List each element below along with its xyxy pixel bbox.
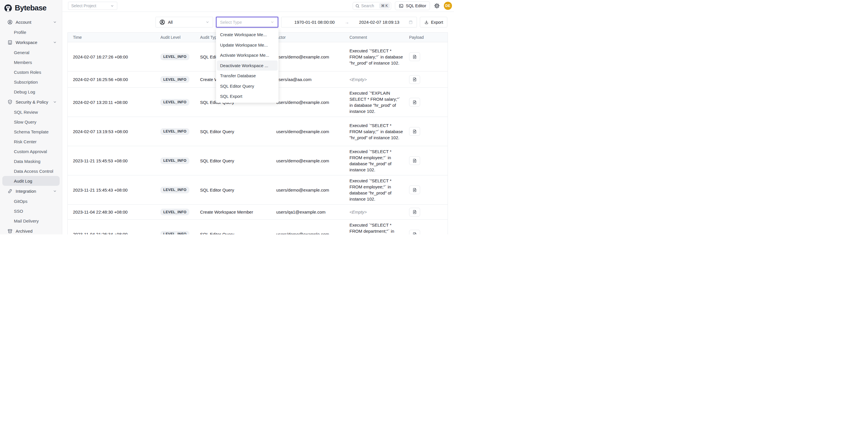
- audit-log-page: Bytebase Account Profile: [0, 0, 454, 234]
- sidebar-item-gitops[interactable]: GitOps: [2, 196, 60, 206]
- search-input[interactable]: Search ⌘ K: [353, 2, 391, 10]
- column-header-comment: Comment: [349, 33, 407, 42]
- row-audit-type: SQL Editor Query: [200, 117, 274, 146]
- menu-item-transfer-database[interactable]: Transfer Database: [216, 71, 279, 81]
- chevron-down-icon: [206, 20, 209, 24]
- row-time: 2024-02-07 13:20:11 +08:00: [68, 88, 158, 117]
- sidebar-item-general[interactable]: General: [2, 47, 60, 57]
- arrow-right-icon: →: [344, 20, 350, 25]
- menu-item-sql-editor-query[interactable]: SQL Editor Query: [216, 81, 279, 91]
- sidebar-item-mail-delivery[interactable]: Mail Delivery: [2, 216, 60, 226]
- menu-item-activate-workspace-member[interactable]: Activate Workspace Me...: [216, 50, 279, 61]
- calendar-icon[interactable]: [408, 20, 413, 25]
- row-audit-type: Create Workspace Member: [200, 204, 274, 219]
- payload-view-button[interactable]: [409, 156, 420, 165]
- menu-item-update-workspace-member[interactable]: Update Workspace Me...: [216, 40, 279, 50]
- search-shortcut-kbd: ⌘ K: [379, 3, 390, 8]
- payload-view-button[interactable]: [409, 230, 420, 234]
- sidebar-item-workspace[interactable]: Workspace: [2, 37, 60, 47]
- bytebase-mascot-icon: [4, 4, 12, 12]
- column-header-audit-level: Audit Level: [158, 33, 200, 42]
- row-actor: users/demo@example.com: [274, 117, 349, 146]
- topbar: Select Project Search ⌘ K SQL Editor: [62, 0, 454, 12]
- column-header-payload: Payload: [407, 33, 447, 42]
- sidebar-item-security-policy[interactable]: Security & Policy: [2, 97, 60, 107]
- row-comment: Executed `"SELECT * FROM employee;"` in …: [349, 178, 404, 202]
- sidebar-item-audit-log[interactable]: Audit Log: [2, 176, 60, 186]
- chain-link-icon: [7, 188, 13, 194]
- person-circle-icon: [159, 19, 165, 25]
- sidebar-item-slow-query[interactable]: Slow Query: [2, 117, 60, 127]
- date-from[interactable]: 1970-01-01 08:00:00: [285, 20, 344, 25]
- sidebar-item-risk-center[interactable]: Risk Center: [2, 137, 60, 147]
- row-comment: Executed `"SELECT * FROM salary;"` in da…: [349, 122, 404, 141]
- audit-level-badge: LEVEL_INFO: [160, 209, 189, 215]
- sidebar-item-profile[interactable]: Profile: [2, 27, 60, 37]
- archive-box-icon: [7, 228, 13, 234]
- table-row: 2023-11-21 15:45:43 +08:00 LEVEL_INFO SQ…: [68, 175, 447, 204]
- payload-view-button[interactable]: [409, 127, 420, 136]
- row-time: 2024-02-07 13:19:53 +08:00: [68, 117, 158, 146]
- row-audit-type: SQL Editor Query: [200, 175, 274, 204]
- settings-gear-icon[interactable]: [434, 3, 440, 9]
- sidebar-item-schema-template[interactable]: Schema Template: [2, 127, 60, 137]
- table-row: 2023-11-04 21:26:34 +08:00 LEVEL_INFO SQ…: [68, 220, 447, 234]
- export-button[interactable]: Export: [420, 17, 447, 28]
- table-row: 2024-02-07 13:19:53 +08:00 LEVEL_INFO SQ…: [68, 117, 447, 146]
- sidebar-item-sso[interactable]: SSO: [2, 206, 60, 216]
- date-range-picker[interactable]: 1970-01-01 08:00:00 → 2024-02-07 18:09:1…: [281, 17, 417, 28]
- project-select[interactable]: Select Project: [68, 2, 117, 10]
- type-filter-select[interactable]: Select Type: [216, 17, 278, 28]
- row-time: 2023-11-04 21:26:34 +08:00: [68, 220, 158, 234]
- audit-level-badge: LEVEL_INFO: [160, 157, 189, 164]
- actor-filter-select[interactable]: All: [155, 17, 213, 28]
- audit-level-badge: LEVEL_INFO: [160, 187, 189, 193]
- menu-item-sql-export[interactable]: SQL Export: [216, 91, 279, 102]
- chevron-down-icon: [53, 100, 57, 104]
- search-icon: [355, 4, 360, 8]
- chevron-down-icon: [271, 20, 274, 24]
- sidebar-item-archived[interactable]: Archived: [2, 226, 60, 234]
- chevron-down-icon: [53, 20, 57, 24]
- sidebar-item-custom-roles[interactable]: Custom Roles: [2, 67, 60, 77]
- app-logo[interactable]: Bytebase: [0, 0, 62, 12]
- filter-bar: All Select Type 1970-01-01 08:00:00 → 20…: [62, 17, 447, 28]
- row-actor: users/demo@example.com: [274, 220, 349, 234]
- download-icon: [424, 20, 429, 25]
- sidebar-item-members[interactable]: Members: [2, 57, 60, 67]
- type-filter-dropdown: Create Workspace Me... Update Workspace …: [216, 28, 279, 103]
- menu-item-deactivate-workspace-member[interactable]: Deactivate Workspace ...: [217, 61, 278, 71]
- table-row: 2023-11-04 22:48:30 +08:00 LEVEL_INFO Cr…: [68, 204, 447, 220]
- row-actor: users/demo@example.com: [274, 42, 349, 71]
- sidebar-item-debug-log[interactable]: Debug Log: [2, 87, 60, 97]
- row-comment-empty: <Empty>: [349, 209, 367, 215]
- sql-editor-button[interactable]: SQL Editor: [395, 1, 430, 10]
- menu-item-create-workspace-member[interactable]: Create Workspace Me...: [216, 30, 279, 40]
- sidebar-item-account[interactable]: Account: [2, 17, 60, 27]
- payload-view-button[interactable]: [409, 98, 420, 106]
- payload-view-button[interactable]: [409, 75, 420, 84]
- sidebar-item-integration[interactable]: Integration: [2, 186, 60, 196]
- terminal-icon: [399, 3, 404, 8]
- building-icon: [7, 40, 13, 45]
- sidebar-item-subscription[interactable]: Subscription: [2, 77, 60, 87]
- payload-view-button[interactable]: [409, 53, 420, 61]
- sidebar-item-data-masking[interactable]: Data Masking: [2, 156, 60, 166]
- sidebar: Bytebase Account Profile: [0, 0, 62, 234]
- row-audit-type: SQL Editor Query: [200, 146, 274, 175]
- row-actor: users/aa@aa.com: [274, 71, 349, 87]
- chevron-down-icon: [110, 4, 114, 8]
- payload-view-button[interactable]: [409, 186, 420, 194]
- audit-level-badge: LEVEL_INFO: [160, 231, 189, 235]
- sidebar-item-data-access-control[interactable]: Data Access Control: [2, 166, 60, 176]
- sidebar-item-sql-review[interactable]: SQL Review: [2, 107, 60, 117]
- row-actor: users/demo@example.com: [274, 88, 349, 117]
- user-avatar[interactable]: DE: [444, 2, 452, 10]
- column-header-time: Time: [68, 33, 158, 42]
- audit-level-badge: LEVEL_INFO: [160, 99, 189, 106]
- payload-view-button[interactable]: [409, 208, 420, 217]
- person-circle-icon: [7, 20, 13, 25]
- date-to[interactable]: 2024-02-07 18:09:13: [350, 20, 408, 25]
- sidebar-item-custom-approval[interactable]: Custom Approval: [2, 147, 60, 156]
- audit-level-badge: LEVEL_INFO: [160, 128, 189, 135]
